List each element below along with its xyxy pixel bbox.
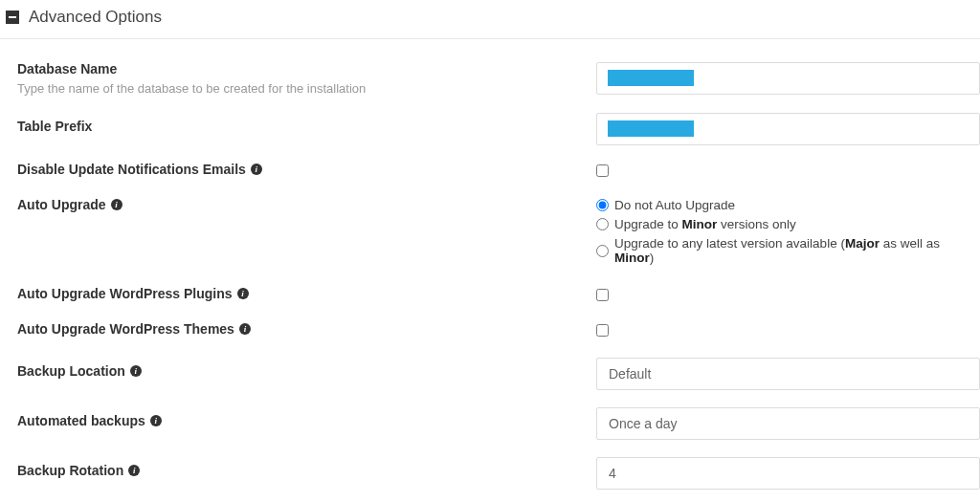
label-text: Auto Upgrade WordPress Themes <box>17 321 234 337</box>
row-auto-upgrade: Auto Upgrade i Do not Auto Upgrade Upgra… <box>17 196 980 270</box>
row-automated-backups: Automated backups i <box>17 405 980 440</box>
radio-any[interactable] <box>596 245 609 257</box>
label-table-prefix: Table Prefix <box>17 119 92 134</box>
label-auto-upgrade: Auto Upgrade i <box>17 197 122 212</box>
label-text: Disable Update Notifications Emails <box>17 162 246 177</box>
info-icon[interactable]: i <box>130 365 142 377</box>
label-text: Automated backups <box>17 413 145 428</box>
database-name-input[interactable] <box>596 62 980 95</box>
label-text: Backup Rotation <box>17 463 123 478</box>
label-auto-upgrade-themes: Auto Upgrade WordPress Themes i <box>17 321 251 337</box>
info-icon[interactable]: i <box>251 164 262 175</box>
label-automated-backups: Automated backups i <box>17 413 162 428</box>
disable-update-emails-checkbox[interactable] <box>596 164 609 177</box>
radio-none-label: Do not Auto Upgrade <box>614 198 735 212</box>
auto-upgrade-option-none[interactable]: Do not Auto Upgrade <box>596 198 980 212</box>
label-disable-update-emails: Disable Update Notifications Emails i <box>17 162 262 177</box>
label-auto-upgrade-plugins: Auto Upgrade WordPress Plugins i <box>17 286 249 301</box>
backup-rotation-select[interactable] <box>596 457 980 490</box>
row-auto-upgrade-plugins: Auto Upgrade WordPress Plugins i <box>17 285 980 305</box>
label-text: Auto Upgrade WordPress Plugins <box>17 286 233 301</box>
backup-location-select[interactable] <box>596 358 980 390</box>
radio-none[interactable] <box>596 199 609 211</box>
section-title: Advanced Options <box>29 8 162 27</box>
info-icon[interactable]: i <box>237 288 249 299</box>
info-icon[interactable]: i <box>239 323 251 335</box>
label-backup-location: Backup Location i <box>17 363 142 379</box>
auto-upgrade-option-minor[interactable]: Upgrade to Minor versions only <box>596 217 980 231</box>
info-icon[interactable]: i <box>128 465 140 476</box>
radio-any-label: Upgrade to any latest version available … <box>614 236 980 265</box>
advanced-options-header[interactable]: Advanced Options <box>0 8 980 39</box>
row-disable-update-emails: Disable Update Notifications Emails i <box>17 161 980 181</box>
label-text: Backup Location <box>17 363 125 379</box>
auto-upgrade-option-any[interactable]: Upgrade to any latest version available … <box>596 236 980 265</box>
info-icon[interactable]: i <box>150 415 162 426</box>
row-auto-upgrade-themes: Auto Upgrade WordPress Themes i <box>17 320 980 340</box>
help-database-name: Type the name of the database to be crea… <box>17 81 577 96</box>
advanced-options-body: Database Name Type the name of the datab… <box>0 47 980 490</box>
auto-upgrade-plugins-checkbox[interactable] <box>596 289 609 301</box>
row-database-name: Database Name Type the name of the datab… <box>17 60 980 96</box>
radio-minor-label: Upgrade to Minor versions only <box>614 217 796 231</box>
row-table-prefix: Table Prefix <box>17 111 980 145</box>
label-backup-rotation: Backup Rotation i <box>17 463 140 478</box>
info-icon[interactable]: i <box>111 199 122 210</box>
radio-minor[interactable] <box>596 218 609 230</box>
automated-backups-select[interactable] <box>596 407 980 440</box>
collapse-icon[interactable] <box>6 11 19 24</box>
label-text: Auto Upgrade <box>17 197 106 212</box>
auto-upgrade-themes-checkbox[interactable] <box>596 324 609 337</box>
row-backup-rotation: Backup Rotation i <box>17 455 980 490</box>
row-backup-location: Backup Location i <box>17 356 980 390</box>
label-database-name: Database Name <box>17 61 117 76</box>
table-prefix-input[interactable] <box>596 113 980 145</box>
database-name-input-wrap <box>596 62 980 95</box>
table-prefix-input-wrap <box>596 113 980 145</box>
